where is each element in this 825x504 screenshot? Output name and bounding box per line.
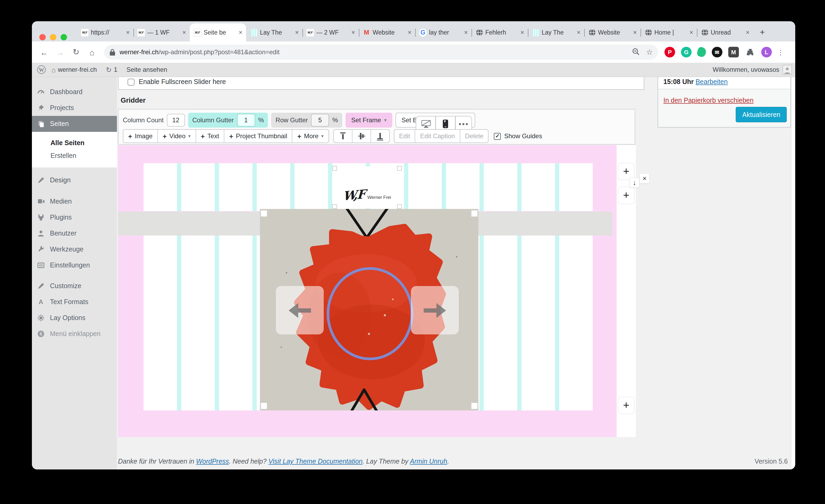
- delete-button[interactable]: Delete: [460, 130, 488, 142]
- tab-close-icon[interactable]: ×: [577, 29, 581, 35]
- align-middle-button[interactable]: [352, 130, 371, 142]
- zoom-out-icon[interactable]: [632, 48, 646, 57]
- page-scrollbar[interactable]: [791, 77, 795, 470]
- pinterest-extension-icon[interactable]: P: [665, 47, 675, 57]
- sidebar-subitem-erstellen[interactable]: Erstellen: [32, 149, 117, 162]
- tab-close-icon[interactable]: ×: [464, 29, 468, 35]
- browser-tab[interactable]: W,F— 1 WF×: [133, 23, 190, 42]
- tab-close-icon[interactable]: ×: [351, 29, 355, 35]
- trash-link[interactable]: In den Papierkorb verschieben: [663, 97, 753, 104]
- resize-handle[interactable]: [471, 403, 478, 409]
- delete-row-button[interactable]: ×: [640, 173, 650, 184]
- minimize-window-button[interactable]: [50, 34, 56, 41]
- browser-tab[interactable]: MWebsite×: [359, 23, 415, 42]
- grammarly-extension-icon[interactable]: G: [681, 47, 692, 57]
- profile-avatar-icon[interactable]: L: [761, 47, 772, 57]
- new-tab-button[interactable]: +: [755, 25, 769, 39]
- mint-creature-extension-icon[interactable]: [696, 46, 707, 58]
- sidebar-item-seiten[interactable]: Seiten: [32, 116, 117, 132]
- tab-close-icon[interactable]: ×: [182, 29, 186, 35]
- gridder-canvas[interactable]: W,F Werner Frei: [118, 145, 617, 437]
- sidebar-item-dashboard[interactable]: Dashboard: [32, 84, 117, 100]
- row-gutter-input[interactable]: 5: [311, 114, 329, 127]
- move-row-down-button[interactable]: ↓: [629, 177, 640, 188]
- tab-close-icon[interactable]: ×: [633, 29, 637, 35]
- reload-icon[interactable]: ↻: [68, 47, 84, 57]
- browser-tab[interactable]: W,FSeite be×: [190, 23, 246, 42]
- author-link[interactable]: Armin Unruh: [410, 458, 447, 465]
- add-video-button[interactable]: +Video▾: [158, 130, 196, 142]
- resize-handle[interactable]: [260, 403, 268, 409]
- forward-icon[interactable]: →: [52, 48, 68, 57]
- logo-grid-item[interactable]: W,F Werner Frei: [333, 166, 401, 208]
- resize-handle[interactable]: [260, 210, 268, 217]
- show-guides-checkbox[interactable]: ✓: [494, 133, 501, 140]
- resize-handle[interactable]: [332, 166, 337, 171]
- sidebar-item-plugins[interactable]: Plugins: [32, 209, 117, 225]
- home-icon[interactable]: ⌂: [84, 48, 100, 57]
- lock-icon[interactable]: [109, 49, 120, 56]
- tab-close-icon[interactable]: ×: [239, 29, 242, 35]
- admin-bar-view-page[interactable]: Seite ansehen: [123, 66, 170, 73]
- avatar[interactable]: [782, 65, 792, 74]
- admin-bar-site[interactable]: ⌂ werner-frei.ch: [48, 66, 100, 74]
- sidebar-item-medien[interactable]: Medien: [32, 194, 117, 209]
- dictionary-extension-icon[interactable]: M: [728, 47, 739, 57]
- wordpress-logo-icon[interactable]: W: [37, 65, 46, 74]
- admin-bar-updates[interactable]: ↻ 1: [102, 66, 121, 74]
- wordpress-link[interactable]: WordPress: [196, 458, 229, 465]
- fullscreen-slider-checkbox[interactable]: [128, 78, 135, 85]
- tab-close-icon[interactable]: ×: [689, 29, 693, 35]
- browser-menu-icon[interactable]: ⋮: [777, 48, 784, 56]
- sidebar-item-text-formats[interactable]: AText Formats: [32, 294, 117, 310]
- greeting-text[interactable]: Willkommen, uvowasos: [712, 66, 779, 73]
- lay-theme-doc-link[interactable]: Visit Lay Theme Documentation: [269, 458, 363, 465]
- browser-tab[interactable]: Lay The×: [246, 23, 302, 42]
- align-top-button[interactable]: [333, 130, 352, 142]
- browser-tab[interactable]: W,Fhttps://×: [77, 23, 133, 42]
- sidebar-item-benutzer[interactable]: Benutzer: [32, 225, 117, 241]
- url-bar[interactable]: werner-frei.ch/wp-admin/post.php?post=48…: [104, 45, 658, 60]
- slider-next-button[interactable]: [411, 286, 459, 335]
- sidebar-item-design[interactable]: Design: [32, 172, 117, 188]
- add-row-button[interactable]: +: [618, 187, 635, 204]
- close-window-button[interactable]: [39, 34, 46, 41]
- browser-tab[interactable]: Website×: [584, 23, 641, 42]
- add-more-button[interactable]: +More▾: [293, 130, 328, 142]
- mailtrack-extension-icon[interactable]: ✉: [712, 47, 723, 57]
- edit-caption-button[interactable]: Edit Caption: [416, 130, 460, 142]
- sidebar-subitem-alle-seiten[interactable]: Alle Seiten: [32, 137, 117, 149]
- sidebar-item-customize[interactable]: Customize: [32, 278, 117, 294]
- add-project-thumbnail-button[interactable]: +Project Thumbnail: [224, 130, 292, 142]
- resize-handle[interactable]: [332, 204, 337, 209]
- tab-close-icon[interactable]: ×: [746, 29, 750, 35]
- tab-close-icon[interactable]: ×: [126, 29, 130, 35]
- extensions-puzzle-icon[interactable]: [745, 47, 755, 57]
- add-image-button[interactable]: +Image: [123, 130, 158, 142]
- resize-handle[interactable]: [397, 166, 402, 171]
- resize-handle[interactable]: [397, 204, 402, 209]
- browser-tab[interactable]: W,F— 2 WF×: [302, 23, 359, 42]
- back-icon[interactable]: ←: [36, 48, 52, 57]
- edit-button[interactable]: Edit: [394, 130, 415, 142]
- browser-tab[interactable]: Fehlerh×: [471, 23, 528, 42]
- browser-tab[interactable]: Lay The×: [528, 23, 584, 42]
- sidebar-item-projects[interactable]: Projects: [32, 100, 117, 116]
- slider-prev-button[interactable]: [276, 286, 324, 335]
- resize-handle[interactable]: [471, 210, 478, 217]
- set-frame-button[interactable]: Set Frame ▾: [346, 113, 392, 128]
- add-text-button[interactable]: +Text: [196, 130, 224, 142]
- browser-tab[interactable]: Home |×: [641, 23, 697, 42]
- column-count-input[interactable]: 12: [167, 114, 185, 127]
- update-button[interactable]: Aktualisieren: [736, 107, 787, 122]
- sidebar-item-werkzeuge[interactable]: Werkzeuge: [32, 241, 117, 257]
- column-gutter-input[interactable]: 1: [237, 114, 255, 127]
- tab-close-icon[interactable]: ×: [520, 29, 524, 35]
- edit-schedule-link[interactable]: Bearbeiten: [695, 78, 728, 86]
- align-bottom-button[interactable]: [371, 130, 389, 142]
- browser-tab[interactable]: Glay ther×: [415, 23, 471, 42]
- sidebar-item-lay-options[interactable]: Lay Options: [32, 310, 117, 326]
- artwork-grid-item[interactable]: [260, 209, 478, 411]
- sidebar-item-einstellungen[interactable]: Einstellungen: [32, 257, 117, 273]
- tab-close-icon[interactable]: ×: [408, 29, 411, 35]
